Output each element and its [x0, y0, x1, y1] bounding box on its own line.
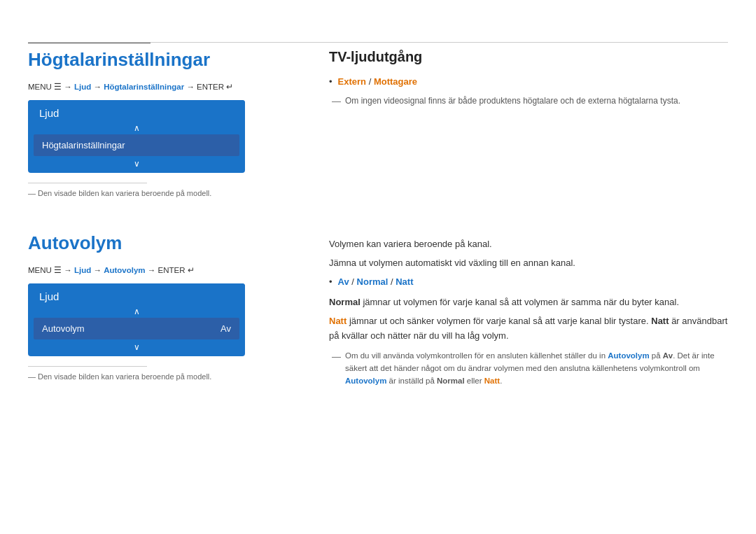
hogtalar-note: ― Den visade bilden kan variera beroende… — [28, 189, 273, 197]
autovolym-menu-box: Ljud ∧ Autovolym Av ∨ — [28, 283, 245, 356]
bullet-dot-1: • — [329, 75, 332, 89]
hogtalar-box-header: Ljud — [28, 100, 245, 122]
autovolym-section: Autovolym MENU ☰ → Ljud → Autovolym → EN… — [28, 232, 273, 381]
tv-ljud-title: TV-ljudutgång — [329, 49, 728, 65]
dash-2: ― — [332, 350, 341, 364]
menu-ljud-1: Ljud — [74, 83, 91, 91]
autovolym-title: Autovolym — [28, 232, 273, 254]
tv-ljud-section: TV-ljudutgång • Extern / Mottagare ― Om … — [329, 49, 728, 108]
autovolym-line1: Volymen kan variera beroende på kanal. — [329, 237, 728, 252]
page-container: Högtalarinställningar MENU ☰ → Ljud → Hö… — [0, 0, 756, 534]
menu-enter-1: → ENTER — [186, 83, 226, 91]
dash-1: ― — [332, 94, 341, 108]
hogtalar-box-item[interactable]: Högtalarinställningar — [34, 134, 239, 156]
enter-icon-2: ↵ — [188, 266, 195, 274]
bullet-dot-2: • — [329, 275, 332, 289]
hogtalar-menu-box: Ljud ∧ Högtalarinställningar ∨ — [28, 100, 245, 173]
tv-ljud-options: Extern / Mottagare — [338, 75, 417, 89]
menu-word: MENU — [28, 83, 52, 91]
autovolym-box-header: Ljud — [28, 283, 245, 305]
hogtalar-arrow-down: ∨ — [28, 156, 245, 173]
menu-icon-2: ☰ — [54, 266, 64, 274]
menu-autovolym-item: Autovolym — [104, 266, 145, 274]
autovolym-line2: Jämna ut volymen automatiskt vid växling… — [329, 256, 728, 271]
hogtalar-menu-path: MENU ☰ → Ljud → Högtalarinställningar → … — [28, 82, 273, 92]
autovolym-options-bullet: • Av / Normal / Natt — [329, 275, 728, 289]
hogtalar-title: Högtalarinställningar — [28, 49, 273, 71]
hogtalar-section: Högtalarinställningar MENU ☰ → Ljud → Hö… — [28, 49, 273, 197]
autovolym-description: Volymen kan variera beroende på kanal. J… — [329, 237, 728, 388]
normal-description: Normal jämnar ut volymen för varje kanal… — [329, 295, 728, 310]
menu-ljud-2: Ljud — [74, 266, 91, 274]
top-rule — [28, 42, 728, 43]
autovolym-arrow-down: ∨ — [28, 339, 245, 356]
tv-ljud-dash-note: ― Om ingen videosignal finns är både pro… — [329, 94, 728, 108]
hogtalar-arrow-up: ∧ — [28, 122, 245, 134]
menu-enter-2: → ENTER — [148, 266, 188, 274]
autovolym-menu-path: MENU ☰ → Ljud → Autovolym → ENTER ↵ — [28, 265, 273, 275]
autovolym-note: ― Den visade bilden kan variera beroende… — [28, 372, 273, 381]
menu-hogtalar-item: Högtalarinställningar — [104, 83, 184, 91]
autovolym-arrow-up: ∧ — [28, 305, 245, 318]
natt-description: Natt jämnar ut och sänker volymen för va… — [329, 314, 728, 344]
tv-ljud-bullet: • Extern / Mottagare — [329, 75, 728, 89]
menu-icon-1: ☰ — [54, 83, 64, 91]
left-column: Högtalarinställningar MENU ☰ → Ljud → Hö… — [28, 49, 294, 393]
right-column: TV-ljudutgång • Extern / Mottagare ― Om … — [294, 49, 728, 393]
autovolym-box-item[interactable]: Autovolym Av — [34, 318, 239, 339]
hogtalar-divider — [28, 183, 147, 183]
menu-word-2: MENU — [28, 266, 52, 274]
small-note-text: Om du vill använda volymkontrollen för e… — [345, 350, 728, 387]
autovolym-small-note: ― Om du vill använda volymkontrollen för… — [329, 350, 728, 387]
autovolym-divider — [28, 366, 147, 367]
content-wrapper: Högtalarinställningar MENU ☰ → Ljud → Hö… — [0, 0, 756, 393]
autovolym-options: Av / Normal / Natt — [338, 275, 414, 289]
enter-icon-1: ↵ — [226, 83, 233, 91]
